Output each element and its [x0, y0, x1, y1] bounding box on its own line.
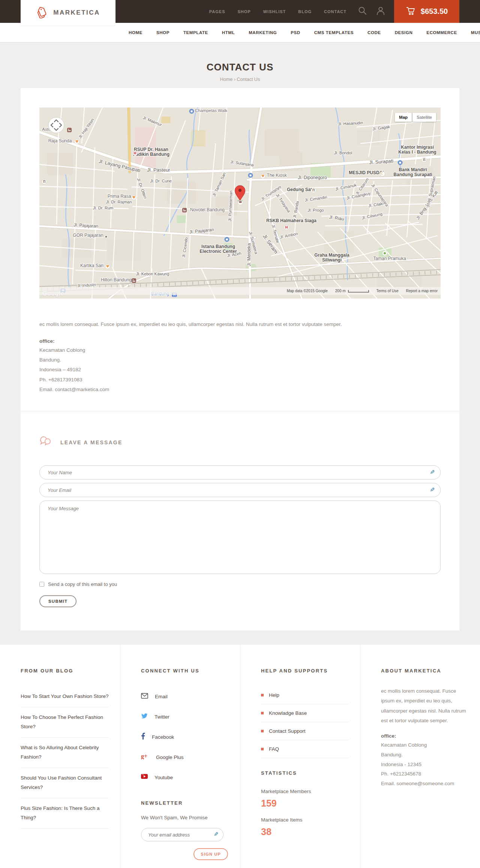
about-line: Bandung.: [381, 750, 469, 760]
top-nav-item-shop[interactable]: SHOP: [238, 9, 251, 14]
about-office-label: office:: [381, 733, 469, 739]
about-line: Email. someone@someone.com: [381, 779, 469, 789]
help-heading: HELP AND SUPPORTS: [261, 668, 349, 674]
social-link-twitter[interactable]: Twitter: [141, 707, 229, 727]
help-link-contact-support[interactable]: Contact Support: [261, 722, 349, 740]
top-nav-item-wishlist[interactable]: WISHLIST: [263, 9, 286, 14]
svg-text:Π: Π: [423, 158, 426, 162]
menu-item-muse[interactable]: MUSE: [471, 30, 480, 35]
help-label: Knowladge Base: [269, 710, 307, 716]
footer-connect-column: CONNECT WITH US EmailTwitterFacebookg+Go…: [120, 645, 240, 868]
page-hero: CONTACT US Home › Contact Us: [0, 42, 480, 88]
top-nav-item-pages[interactable]: PAGES: [209, 9, 225, 14]
top-nav: PAGESSHOPWISHLISTBLOGCONTACT: [209, 9, 346, 14]
blog-link[interactable]: Plus Size Fashion: Is There Such a Thing…: [21, 798, 109, 829]
menu-item-ecommerce[interactable]: ECOMMERCE: [426, 30, 457, 35]
menu-item-template[interactable]: TEMPLATE: [183, 30, 208, 35]
social-link-youtube[interactable]: YouYoutube: [141, 767, 229, 787]
menu-item-shop[interactable]: SHOP: [156, 30, 170, 35]
breadcrumb: Home › Contact Us: [0, 77, 480, 82]
svg-text:Ψ: Ψ: [261, 174, 264, 178]
menu-item-design[interactable]: DESIGN: [395, 30, 413, 35]
menu-item-cms-templates[interactable]: CMS TEMPLATES: [314, 30, 354, 35]
cart-total: $653.50: [421, 7, 448, 16]
svg-text:H: H: [285, 226, 288, 229]
map-poi-bank: Π: [422, 158, 427, 163]
svg-text:Ψ: Ψ: [75, 140, 78, 143]
bullet-icon: [261, 712, 264, 714]
blog-link[interactable]: What is So Alluring About Celebrity Fash…: [21, 738, 109, 768]
terms-of-use-link[interactable]: Terms of Use: [376, 289, 399, 293]
stat-value: 38: [261, 826, 349, 837]
menu-item-marketing[interactable]: MARKETING: [249, 30, 277, 35]
map-poi-hosp: H: [133, 151, 138, 156]
help-link-knowladge-base[interactable]: Knowladge Base: [261, 704, 349, 722]
map-poi-hosp: H: [284, 225, 289, 230]
map-pan-control[interactable]: [48, 117, 65, 135]
newsletter-email-input[interactable]: [141, 828, 224, 841]
menu-item-html[interactable]: HTML: [222, 30, 235, 35]
map-label: Jl. Diponegoro: [298, 175, 327, 180]
map-label: Gedung Sate: [287, 187, 315, 192]
submit-button[interactable]: SUBMIT: [39, 595, 76, 607]
top-nav-item-blog[interactable]: BLOG: [298, 9, 312, 14]
menu-item-home[interactable]: HOME: [129, 30, 142, 35]
message-textarea[interactable]: [39, 500, 441, 574]
help-link-faq[interactable]: FAQ: [261, 740, 349, 758]
social-label: Email: [155, 694, 168, 699]
office-address: Kecamatan CoblongBandung.Indonesia – 491…: [39, 345, 441, 395]
newsletter-heading: NEWSLETTER: [141, 800, 229, 806]
footer-help-column: HELP AND SUPPORTS HelpKnowladge BaseCont…: [240, 645, 360, 868]
help-link-help[interactable]: Help: [261, 686, 349, 704]
blog-link[interactable]: How To Start Your Own Fashion Store?: [21, 686, 109, 707]
signup-button[interactable]: SIGN UP: [194, 848, 228, 860]
contact-card: AstonRaja SundaJl. Haji YasinJl. MakmurR…: [21, 88, 459, 411]
map-label: RSKB Halmahera Siaga: [266, 218, 316, 223]
logo[interactable]: MARKETICA: [21, 0, 116, 25]
office-line: Ph. +62817391083: [39, 375, 441, 385]
breadcrumb-current: Contact Us: [237, 77, 260, 82]
map-poi-fork: Ψ: [261, 174, 266, 179]
social-link-facebook[interactable]: Facebook: [141, 727, 229, 747]
about-line: Ph. +6212345678: [381, 769, 469, 779]
map-poi-park: [382, 251, 387, 256]
send-copy-checkbox[interactable]: [39, 582, 44, 587]
social-link-gplus[interactable]: g+Google Plus: [141, 747, 229, 767]
google-map[interactable]: AstonRaja SundaJl. Haji YasinJl. MakmurR…: [39, 108, 441, 299]
top-nav-item-contact[interactable]: CONTACT: [324, 9, 346, 14]
help-label: Contact Support: [269, 728, 306, 734]
satellite-button[interactable]: Satellite: [412, 113, 436, 122]
footer: FROM OUR BLOG How To Start Your Own Fash…: [0, 645, 480, 868]
help-label: FAQ: [269, 746, 279, 752]
menu-item-code[interactable]: CODE: [368, 30, 381, 35]
map-button[interactable]: Map: [395, 113, 412, 122]
user-icon[interactable]: [376, 6, 385, 17]
help-label: Help: [269, 692, 279, 698]
breadcrumb-home[interactable]: Home: [220, 77, 232, 82]
report-map-error-link[interactable]: Report a map error: [406, 289, 438, 293]
blog-link[interactable]: How To Choose The Perfect Fashion Store?: [21, 707, 109, 738]
name-input[interactable]: [39, 465, 441, 480]
svg-text:H: H: [134, 151, 136, 155]
about-address: Kecamatan CoblongBandung.Indonesia - 123…: [381, 740, 469, 788]
stat-value: 159: [261, 798, 349, 809]
email-input[interactable]: [39, 483, 441, 497]
map-label: Prima Rasa: [108, 194, 131, 199]
message-card: LEAVE A MESSAGE ✎ ✎ Send a copy of this …: [21, 411, 459, 630]
logo-tag-icon: [36, 6, 49, 20]
connect-heading: CONNECT WITH US: [141, 668, 229, 674]
cart-button[interactable]: $653.50: [394, 0, 459, 23]
breadcrumb-separator: ›: [234, 77, 236, 82]
blog-link[interactable]: Should You Use Fashion Consultant Servic…: [21, 768, 109, 798]
page-title: CONTACT US: [0, 61, 480, 73]
search-icon[interactable]: [358, 6, 367, 17]
social-link-email[interactable]: Email: [141, 686, 229, 707]
map-label: Champelas Walk: [195, 108, 228, 113]
map-poi-shop: [189, 109, 194, 114]
stat-label: Marketplace Items: [261, 817, 349, 823]
statistics-heading: STATISTICS: [261, 770, 349, 776]
map-poi-bed: [67, 128, 72, 132]
menu-item-psd[interactable]: PSD: [291, 30, 300, 35]
map-poi-bed: [132, 278, 136, 283]
twitter-icon: [141, 713, 148, 720]
